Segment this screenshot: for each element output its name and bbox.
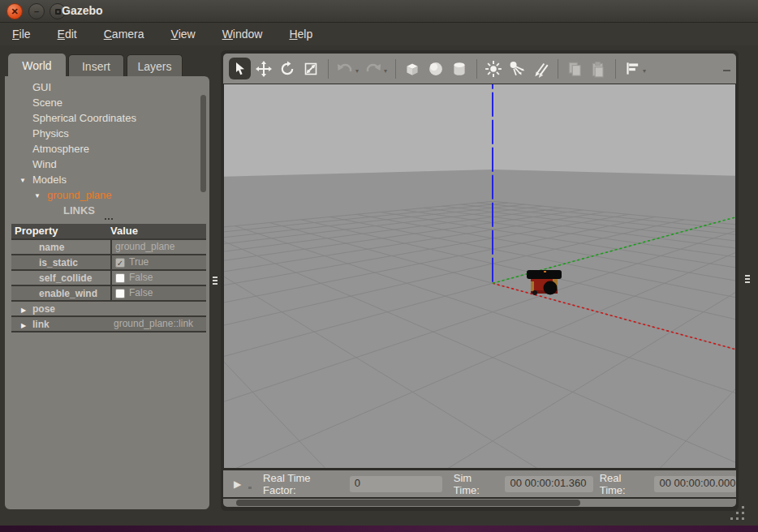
menu-item-edit[interactable]: Edit (49, 25, 86, 43)
property-name: ▶link (11, 317, 110, 331)
property-name: enable_wind (11, 286, 110, 300)
directional-light-button[interactable] (529, 58, 551, 79)
rotate-tool-button[interactable] (276, 58, 298, 79)
redo-button[interactable] (362, 58, 384, 79)
property-name: self_collide (11, 271, 110, 285)
toolbar: ▾ ▾ (223, 54, 736, 84)
scale-tool-button[interactable] (299, 58, 321, 79)
property-row-is_static[interactable]: is_static✓True (11, 254, 206, 269)
statusbar: ▶ Real Time Factor: 0 Sim Time: 00 00:00… (223, 470, 736, 497)
tree-item-gui[interactable]: GUI (5, 79, 209, 95)
align-icon (623, 60, 641, 78)
tree-item-ground-plane[interactable]: ▼ground_plane (5, 187, 209, 203)
select-tool-button[interactable] (229, 58, 251, 79)
toolbar-separator (395, 59, 396, 79)
right-panel-collapse-button[interactable] (723, 70, 730, 71)
property-row-self_collide[interactable]: self_collideFalse (11, 269, 206, 285)
undo-button[interactable] (334, 58, 355, 79)
real-time-factor-label: Real Time Factor: (263, 472, 343, 496)
cube-icon (403, 60, 421, 78)
real-time-factor-value: 0 (350, 476, 442, 492)
expand-arrow-icon[interactable]: ▼ (19, 173, 32, 188)
point-light-icon (485, 60, 502, 78)
tree-item-scene[interactable]: Scene (5, 95, 209, 110)
property-value (110, 302, 206, 315)
menu-item-window[interactable]: Window (213, 25, 272, 43)
checkbox-enable_wind[interactable] (115, 289, 125, 298)
tree-item-wind[interactable]: Wind (5, 157, 209, 172)
expand-time-panel-icon[interactable]: ▶ (234, 478, 241, 490)
property-value: ✓True (110, 255, 206, 269)
left-splitter-handle-icon[interactable] (212, 274, 217, 287)
menu-item-help[interactable]: Help (280, 25, 321, 43)
menu-item-view[interactable]: View (162, 25, 205, 43)
checkbox-is_static[interactable]: ✓ (115, 258, 125, 268)
right-splitter-handle-icon[interactable] (744, 272, 750, 285)
property-value: False (110, 286, 206, 300)
close-icon[interactable]: ✕ (6, 3, 23, 19)
collapse-arrow-icon[interactable]: ▶ (21, 302, 32, 318)
real-time-value: 00 00:00:00.000 (654, 476, 736, 492)
horizontal-scrollbar[interactable] (223, 499, 736, 507)
tree-item-physics[interactable]: Physics (5, 126, 209, 141)
property-row-name[interactable]: nameground_plane (11, 238, 206, 254)
tab-layers[interactable]: Layers (127, 54, 183, 77)
undo-history-button[interactable]: ▾ (355, 67, 359, 75)
property-name: name (11, 240, 110, 254)
real-time-label: Real Time: (600, 472, 648, 496)
paste-button[interactable] (587, 58, 609, 79)
menu-item-file[interactable]: File (3, 25, 40, 43)
tree-item-spherical-coordinates[interactable]: Spherical Coordinates (5, 110, 209, 126)
sim-time-label: Sim Time: (454, 472, 499, 496)
desktop-background (0, 526, 758, 532)
titlebar[interactable]: ✕ – Gazebo (0, 0, 758, 23)
rotate-arrows-icon (279, 61, 295, 77)
toolbar-separator (615, 59, 616, 79)
undo-arrow-icon (336, 61, 354, 77)
spot-light-button[interactable] (506, 58, 528, 79)
gazebo-window: ✕ – Gazebo FileEditCameraViewWindowHelp … (0, 0, 758, 532)
cylinder-tool-button[interactable] (448, 58, 470, 79)
property-row-pose[interactable]: ▶pose (11, 300, 206, 315)
checkbox-self_collide[interactable] (115, 273, 125, 283)
move-arrows-icon (256, 61, 272, 77)
tree-item-models[interactable]: ▼Models (5, 172, 209, 187)
redo-history-button[interactable]: ▾ (384, 67, 387, 75)
property-row-link[interactable]: ▶linkground_plane::link (11, 315, 206, 331)
tab-insert[interactable]: Insert (68, 54, 124, 77)
horizontal-scrollbar-handle[interactable] (236, 500, 580, 506)
property-value: ground_plane::link (110, 317, 206, 331)
tree-item-links[interactable]: LINKS (5, 203, 209, 218)
paste-icon (589, 60, 607, 78)
box-tool-button[interactable] (401, 58, 423, 79)
property-table: Property Value nameground_planeis_static… (11, 224, 206, 332)
align-menu-button[interactable]: ▾ (643, 67, 646, 75)
toolbar-separator (558, 59, 558, 79)
tab-world[interactable]: World (8, 54, 66, 77)
sphere-tool-button[interactable] (424, 58, 446, 79)
collapse-arrow-icon[interactable]: ▶ (21, 318, 32, 333)
translate-tool-button[interactable] (252, 58, 274, 79)
tree-scrollbar[interactable] (200, 95, 206, 192)
property-value: False (110, 271, 206, 285)
sphere-icon (427, 60, 445, 78)
copy-button[interactable] (563, 58, 585, 79)
panel-splitter-handle-icon[interactable] (102, 217, 115, 221)
expand-arrow-icon[interactable]: ▼ (34, 188, 47, 204)
property-column-header: Property (11, 224, 110, 238)
scale-arrows-icon (303, 61, 319, 77)
menu-item-camera[interactable]: Camera (95, 25, 153, 43)
toolbar-separator (476, 59, 477, 79)
world-panel: GUISceneSpherical CoordinatesPhysicsAtmo… (5, 76, 209, 509)
point-light-button[interactable] (482, 58, 504, 79)
tree-item-atmosphere[interactable]: Atmosphere (5, 141, 209, 157)
window-title: Gazebo (62, 4, 103, 17)
property-row-enable_wind[interactable]: enable_windFalse (11, 285, 206, 300)
viewport-canvas[interactable] (224, 84, 735, 468)
resize-grip-icon[interactable] (730, 506, 747, 521)
render-panel: ▾ ▾ (221, 50, 739, 511)
scene-tree: GUISceneSpherical CoordinatesPhysicsAtmo… (5, 79, 209, 218)
step-button[interactable] (248, 487, 252, 489)
minimize-icon[interactable]: – (28, 3, 45, 19)
align-tool-button[interactable] (621, 58, 643, 79)
